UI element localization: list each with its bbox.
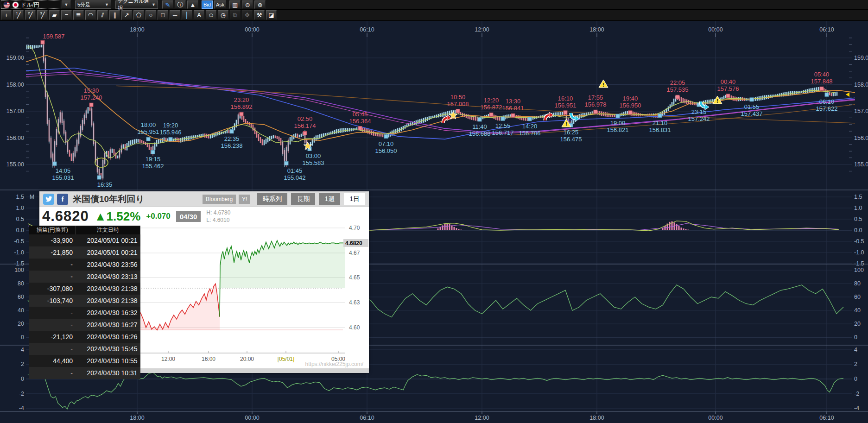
widget-link-bloomberg[interactable]: Bloomberg [203,195,236,204]
annotation-price: 159.587 [43,33,65,40]
trendline3-tool[interactable]: 3╱ [37,10,48,20]
order-row[interactable]: -307,0802024/04/30 21:38 [29,283,140,295]
widget-tab[interactable]: 時系列 [257,193,287,205]
order-row[interactable]: -21,1202024/04/30 16:26 [29,331,140,343]
order-datetime: 2024/04/30 21:38 [76,295,140,307]
order-row[interactable]: 44,4002024/04/30 10:55 [29,355,140,367]
technical-selector[interactable]: テクニカル選択▼ [115,0,158,9]
annotation-time: 12:55 [495,122,511,129]
indicator-axis-label: 60 [18,294,24,300]
order-row[interactable]: -2024/04/30 16:27 [29,319,140,331]
high-marker [564,111,567,114]
pair-dropdown-button[interactable]: ▼ [62,0,71,9]
order-row[interactable]: -2024/04/30 16:32 [29,307,140,319]
eraser-tool[interactable]: ◪ [266,10,277,20]
crosshair-tool-icon: + [5,12,8,18]
order-row[interactable]: -2024/04/30 23:13 [29,271,140,283]
annotation-time: 16:35 [97,181,113,188]
annotation-time: 02:50 [298,115,313,122]
hand-tool[interactable]: ✥ [242,10,253,20]
indicator-axis-label: 60 [854,294,861,300]
order-row[interactable]: -2024/04/30 23:56 [29,259,140,271]
ruler-tool[interactable]: ▰ [49,10,60,20]
pencil-button[interactable]: ✎ [162,0,173,9]
facebook-icon[interactable]: f [57,194,68,205]
indicator-axis-label: 4 [854,347,857,353]
fan-tool[interactable]: ⫽ [97,10,108,20]
widget-link-y[interactable]: Y! [239,195,250,204]
hline4-tool[interactable]: ≣ [73,10,84,20]
widget-tab[interactable]: 1週 [319,193,340,205]
indicator-axis-label: 100 [14,267,24,273]
timeframe-selector[interactable]: 5分足▼ [75,0,111,9]
annotation-time: 17:55 [588,94,603,101]
ellipse-tool[interactable]: ○ [146,10,156,20]
vgrid-tool-icon: ∥ [113,12,116,18]
drawing-toolbar: +1╱2╱3╱▰=≣◠⫽∥↗⬠○□─│A☺◷⧉✥⚒◪ [0,10,868,21]
arrowline-tool[interactable]: ↗ [121,10,132,20]
price-axis-label: 157.00 [854,108,868,114]
hline2-tool[interactable]: = [61,10,72,20]
order-datetime: 2024/04/30 23:13 [76,271,140,283]
zoom-in-icon: ⊕ [258,2,263,8]
high-marker [820,87,824,90]
pentagon-tool[interactable]: ⬠ [133,10,144,20]
annotation-price: 157.848 [811,78,833,85]
widget-value-row: 4.6820 ▲1.52% +0.070 04/30 H: 4.6780 L: … [39,207,369,226]
trendline2-tool[interactable]: 2╱ [25,10,36,20]
icon-stamp-tool[interactable]: ☺ [206,10,216,20]
order-datetime: 2024/04/30 10:55 [76,355,140,367]
orders-column-header: 注文日時 [76,226,140,234]
annotation-price: 155.946 [160,129,182,136]
annotation-time: 21:10 [653,120,668,126]
annotation-price: 157.535 [667,86,689,93]
high-marker [303,131,307,135]
vertical-line-tool[interactable]: │ [182,10,192,20]
price-axis-label: 155.00 [6,161,24,168]
annotation-price: 156.174 [294,122,316,129]
order-pl: 44,400 [29,355,76,367]
order-row[interactable]: -21,8502024/05/01 00:21 [29,246,140,259]
twitter-icon[interactable] [43,194,54,205]
info-button[interactable]: ⓘ [175,0,186,9]
order-row[interactable]: -2024/04/30 15:45 [29,343,140,355]
yield-date-badge: 04/30 [176,211,201,222]
copy-tool[interactable]: ⧉ [230,10,241,20]
indicator-axis-label: -4 [854,405,859,411]
crosshair-tool[interactable]: + [1,10,12,20]
arc-tool[interactable]: ◠ [85,10,96,20]
ask-button[interactable]: Ask [214,0,226,9]
main-toolbar: ドル/円 ▼ 5分足▼ テクニカル選択▼ ✎ⓘ▲ Bid Ask ▥⊖⊕ [0,0,868,10]
annotation-price: 155.951 [138,128,159,135]
chart-mode-button[interactable]: ▲ [187,0,198,9]
low-marker [825,93,829,96]
rectangle-tool[interactable]: □ [158,10,168,20]
low-marker [285,162,288,165]
annotation-time: 01:45 [287,167,303,174]
indicator-axis-label: 1.5 [16,194,24,200]
hand-tool-icon: ✥ [245,12,250,18]
currency-pair-selector[interactable]: ドル/円 [1,0,60,9]
bid-button[interactable]: Bid [202,0,213,9]
order-row[interactable]: -103,7402024/04/30 21:38 [29,295,140,307]
settings-wrench-tool-icon: ⚒ [257,12,262,18]
widget-tab[interactable]: 1日 [344,193,365,205]
order-row[interactable]: -2024/04/30 10:31 [29,367,140,379]
vgrid-tool[interactable]: ∥ [109,10,120,20]
order-pl: -103,740 [29,295,76,307]
zoom-in-button[interactable]: ⊕ [254,0,266,9]
trendline1-tool[interactable]: 1╱ [13,10,24,20]
text-tool[interactable]: A [194,10,204,20]
annotation-price: 157.242 [688,115,710,122]
order-datetime: 2024/04/30 23:56 [76,259,140,271]
indicator-window-button[interactable]: ▥ [229,0,241,9]
settings-wrench-tool[interactable]: ⚒ [254,10,265,20]
indicator-axis-label: 0.0 [854,227,862,234]
order-row[interactable]: -33,9002024/05/01 00:21 [29,234,140,246]
price-axis-label: 159.00 [6,55,24,61]
annotation-price: 156.688 [469,130,491,137]
zoom-out-button[interactable]: ⊖ [242,0,253,9]
time-alert-tool[interactable]: ◷ [218,10,228,20]
horizontal-line-tool[interactable]: ─ [170,10,180,20]
widget-tab[interactable]: 長期 [291,193,315,205]
